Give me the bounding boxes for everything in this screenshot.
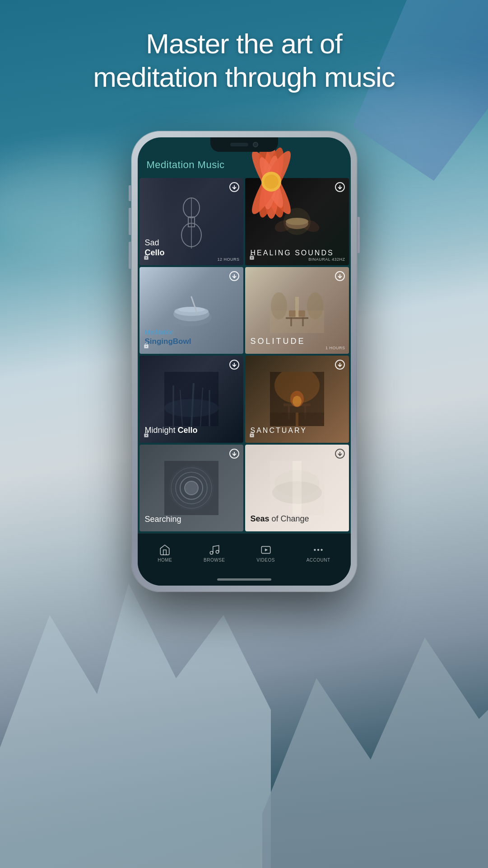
headline-container: Master the art of meditation through mus… [0, 27, 488, 94]
headline-text: Master the art of meditation through mus… [27, 27, 461, 94]
svg-point-36 [271, 292, 287, 319]
svg-point-80 [317, 549, 319, 551]
card-singing-bowl[interactable]: Meditation SingingBowl [139, 267, 243, 354]
svg-point-47 [164, 399, 218, 417]
nav-browse[interactable]: BROWSE [196, 540, 232, 566]
svg-rect-34 [289, 310, 296, 317]
nav-account-label: ACCOUNT [307, 558, 330, 563]
svg-point-81 [321, 549, 323, 551]
dots-icon [312, 544, 324, 556]
music-grid: Sad Cello 12 hours [138, 178, 351, 533]
card-label-solitude: Solitude [251, 337, 344, 347]
singing-bowl-label-bold: SingingBowl [145, 337, 191, 346]
svg-marker-78 [265, 549, 268, 552]
download-icon-sanctuary [335, 359, 345, 370]
home-bar [138, 573, 351, 586]
svg-point-26 [178, 307, 205, 312]
download-icon-singing-bowl [229, 271, 240, 282]
download-icon-searching [229, 448, 240, 459]
phone-power-button [358, 217, 360, 253]
midnight-label-thin: Midnight [145, 426, 178, 435]
download-icon-midnight-cello [229, 359, 240, 370]
lock-icon-singing-bowl [143, 343, 149, 350]
duration-sad-cello: 12 hours [217, 257, 239, 262]
card-label-midnight-cello: Midnight Cello [145, 426, 238, 436]
solitude-label: Solitude [251, 337, 306, 346]
phone-wrapper: Meditation Music [131, 131, 357, 592]
home-indicator [217, 578, 271, 581]
card-seas-of-change[interactable]: Seas of Change [245, 445, 349, 532]
phone-vol-up-button [129, 208, 131, 235]
nav-home[interactable]: HOME [150, 540, 179, 566]
svg-rect-31 [286, 317, 308, 319]
notch-sensor [230, 143, 248, 146]
nav-account[interactable]: ACCOUNT [299, 540, 338, 566]
download-icon-seas [335, 448, 345, 459]
phone-screen: Meditation Music [138, 137, 351, 586]
meditation-label-thin: Meditation [145, 328, 174, 336]
healing-label: Healing Sounds [251, 249, 334, 257]
download-icon-solitude [335, 271, 345, 282]
seas-label-bold: Seas [251, 514, 270, 523]
svg-rect-33 [302, 317, 304, 326]
lock-icon-sanctuary [249, 432, 255, 439]
play-circle-icon [260, 544, 272, 556]
lock-icon-healing [249, 254, 255, 262]
sanctuary-label: Sanctuary [251, 427, 307, 434]
svg-rect-32 [290, 317, 292, 326]
headline-line2: meditation through music [93, 61, 395, 93]
music-note-icon [209, 544, 220, 556]
nav-videos-label: VIDEOS [256, 558, 275, 563]
lock-icon-midnight-cello [143, 432, 149, 439]
svg-point-76 [216, 550, 219, 554]
card-solitude[interactable]: Solitude 1 hours [245, 267, 349, 354]
notch-camera [253, 142, 258, 147]
card-label-sad-cello: Sad Cello [145, 238, 238, 258]
svg-rect-35 [298, 310, 305, 317]
home-icon [159, 544, 171, 556]
searching-text: Searching [145, 515, 181, 524]
nav-browse-label: BROWSE [204, 558, 225, 563]
card-label-healing: Healing Sounds [251, 248, 344, 258]
phone-notch [210, 137, 278, 152]
card-label-sanctuary: Sanctuary [251, 426, 344, 436]
svg-point-79 [314, 549, 316, 551]
phone-vol-down-button [129, 242, 131, 269]
card-label-seas: Seas of Change [251, 514, 344, 524]
nav-videos[interactable]: VIDEOS [249, 540, 282, 566]
phone-frame: Meditation Music [131, 131, 357, 592]
searching-label: Searching [145, 515, 238, 524]
card-searching[interactable]: Searching [139, 445, 243, 532]
nav-home-label: HOME [158, 558, 172, 563]
svg-point-66 [169, 465, 214, 511]
headline-line1: Master the art of [146, 28, 342, 59]
lock-icon-sad-cello [143, 254, 149, 262]
svg-point-37 [307, 292, 323, 319]
binaural-badge: Binaural 432hz [308, 257, 345, 262]
bottom-navigation: HOME BROWSE [138, 533, 351, 573]
seas-label-thin: of Change [272, 514, 309, 523]
card-midnight-cello[interactable]: Midnight Cello [139, 356, 243, 443]
sad-cello-label-thin: Sad [145, 238, 159, 247]
card-label-singing-bowl: Meditation SingingBowl [145, 327, 238, 347]
svg-point-9 [264, 174, 279, 189]
duration-solitude: 1 hours [325, 346, 345, 350]
download-icon-healing [335, 182, 345, 192]
midnight-label-bold: Cello [178, 426, 198, 435]
svg-point-75 [210, 551, 213, 554]
card-sanctuary[interactable]: Sanctuary [245, 356, 349, 443]
phone-mute-button [129, 185, 131, 201]
svg-point-56 [293, 396, 302, 407]
